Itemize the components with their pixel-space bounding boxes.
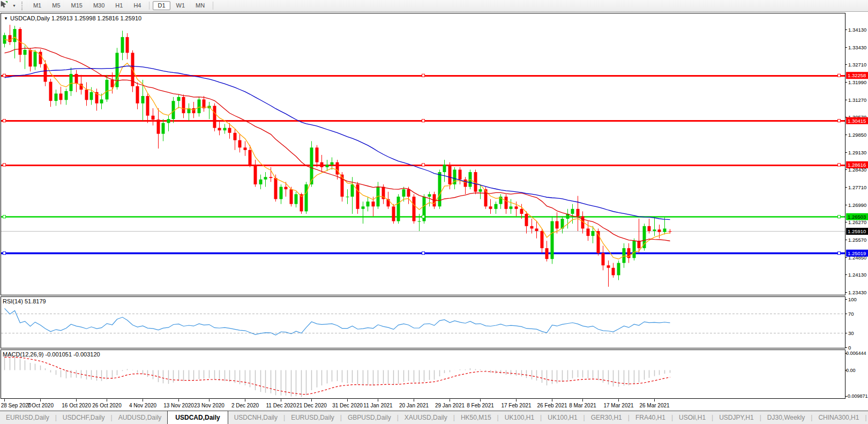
tab-xauusd-daily[interactable]: XAUUSD,Daily (399, 411, 453, 424)
tab-fra40-h1[interactable]: FRA40,H1 (630, 411, 671, 424)
resistance-line-3-handle[interactable] (3, 163, 6, 166)
date-axis-label: 20 Jan 2021 (399, 403, 429, 408)
resistance-line-2-handle[interactable] (422, 120, 425, 122)
chart-dropdown-icon[interactable]: ▼ (4, 16, 8, 21)
chart-area[interactable]: 1.341301.334301.327101.319901.312701.305… (0, 0, 868, 411)
bull-candle (198, 100, 201, 114)
bear-candle (126, 37, 129, 53)
bear-candle (152, 116, 155, 120)
price-axis-label: 1.32710 (848, 62, 866, 68)
tab-ger30-h1[interactable]: GER30,H1 (585, 411, 628, 424)
resistance-line-1-handle[interactable] (838, 74, 841, 77)
tab-gbpusd-daily[interactable]: GBPUSD,Daily (342, 411, 397, 424)
bear-candle (387, 199, 390, 206)
rsi-axis-label: 70 (848, 311, 854, 317)
bear-candle (238, 140, 242, 148)
bull-candle (259, 180, 263, 184)
date-axis-label: 17 Mar 2021 (603, 403, 634, 408)
bull-candle (177, 97, 181, 101)
tab-usoil-h1[interactable]: USOil,H1 (673, 411, 712, 424)
resistance-line-2-handle[interactable] (838, 120, 841, 122)
tab-dj30-weekly[interactable]: DJ30,Weekly (761, 411, 811, 424)
bull-candle (106, 80, 109, 100)
bear-candle (270, 177, 273, 178)
support-line-green-price-tag-text: 1.26503 (848, 214, 866, 220)
price-axis-label: 1.31990 (848, 79, 866, 85)
bull-candle (346, 197, 349, 197)
bear-candle (658, 229, 661, 232)
bear-candle (316, 147, 319, 162)
date-axis-label: 31 Dec 2020 (332, 403, 363, 408)
bear-candle (290, 189, 293, 204)
bull-candle (402, 189, 406, 197)
rsi-panel (1, 297, 845, 348)
resistance-line-2-price-tag-text: 1.30415 (848, 118, 866, 124)
date-axis-label: 4 Nov 2020 (129, 403, 157, 408)
price-axis-label: 1.25570 (848, 237, 866, 243)
bull-candle (479, 189, 482, 192)
date-axis-label: 23 Nov 2020 (194, 403, 225, 408)
bear-candle (525, 214, 528, 226)
tab-usdcnh-daily[interactable]: USDCNH,Daily (228, 411, 283, 424)
date-axis-label: 21 Dec 2020 (296, 403, 327, 408)
support-line-green-handle[interactable] (3, 215, 6, 218)
bull-candle (366, 202, 370, 206)
bull-candle (592, 231, 595, 236)
bull-candle (162, 123, 165, 133)
resistance-line-1-handle[interactable] (3, 74, 6, 77)
bear-candle (530, 226, 534, 229)
bear-candle (413, 197, 416, 221)
bear-candle (612, 268, 615, 276)
resistance-line-3-handle[interactable] (422, 163, 425, 166)
bull-candle (264, 177, 267, 180)
bear-candle (85, 90, 88, 100)
bull-candle (167, 119, 170, 123)
tab-eurusd-daily-2[interactable]: EURUSD,Daily (285, 411, 340, 424)
date-axis[interactable]: 28 Sep 20207 Oct 202016 Oct 202026 Oct 2… (1, 399, 670, 409)
tab-uk100-h1-2[interactable]: UK100,H1 (542, 411, 583, 424)
support-line-blue-handle[interactable] (3, 252, 6, 255)
tab-eurusd-daily-1[interactable]: EURUSD,Daily (0, 411, 55, 424)
tab-usdjpy-h1[interactable]: USDJPY,H1 (713, 411, 759, 424)
bull-candle (551, 221, 554, 259)
tab-uk100-h1-1[interactable]: UK100,H1 (499, 411, 540, 424)
bear-candle (372, 202, 375, 206)
bear-candle (254, 165, 257, 184)
bull-candle (3, 35, 6, 44)
support-line-blue-handle[interactable] (838, 252, 841, 255)
tab-usdcad-daily-active[interactable]: USDCAD,Daily (167, 411, 228, 424)
support-line-blue-handle[interactable] (422, 252, 425, 255)
bull-candle (633, 241, 636, 258)
resistance-line-2-handle[interactable] (3, 120, 6, 122)
macd-axis-label: -0.009871 (846, 393, 868, 399)
bear-candle (336, 162, 339, 175)
current-price-tag-text: 1.25910 (848, 228, 866, 234)
resistance-line-1-handle[interactable] (422, 74, 425, 77)
macd-axis-label: 0.00 (846, 368, 856, 373)
date-axis-label: 29 Jan 2021 (435, 403, 465, 408)
resistance-line-3-handle[interactable] (838, 163, 841, 166)
price-axis-label: 1.24130 (848, 272, 866, 278)
date-axis-label: 8 Feb 2021 (467, 403, 494, 408)
bear-candle (448, 165, 452, 184)
support-line-green-handle[interactable] (422, 215, 425, 218)
tab-audusd-daily[interactable]: AUDUSD,Daily (113, 411, 168, 424)
tab-usdchf-daily[interactable]: USDCHF,Daily (57, 411, 111, 424)
support-line-green-handle[interactable] (838, 215, 841, 218)
bull-candle (13, 29, 17, 42)
bear-candle (535, 228, 538, 231)
bull-candle (663, 228, 667, 232)
bear-candle (111, 80, 114, 87)
tab-hk50-m15[interactable]: HK50,M15 (455, 411, 497, 424)
price-axis-label: 1.29130 (848, 150, 866, 155)
bear-candle (213, 106, 216, 128)
date-axis-label: 8 Mar 2021 (569, 403, 596, 408)
tab-china300-h1[interactable]: CHINA300,H1 (812, 411, 865, 424)
price-axis-label: 1.26990 (848, 202, 866, 208)
bull-candle (65, 91, 68, 100)
bull-candle (351, 184, 354, 197)
bear-candle (541, 231, 544, 248)
price-axis-label: 1.27710 (848, 184, 866, 190)
bear-candle (356, 184, 360, 209)
resistance-line-1-price-tag-text: 1.32258 (848, 72, 866, 78)
